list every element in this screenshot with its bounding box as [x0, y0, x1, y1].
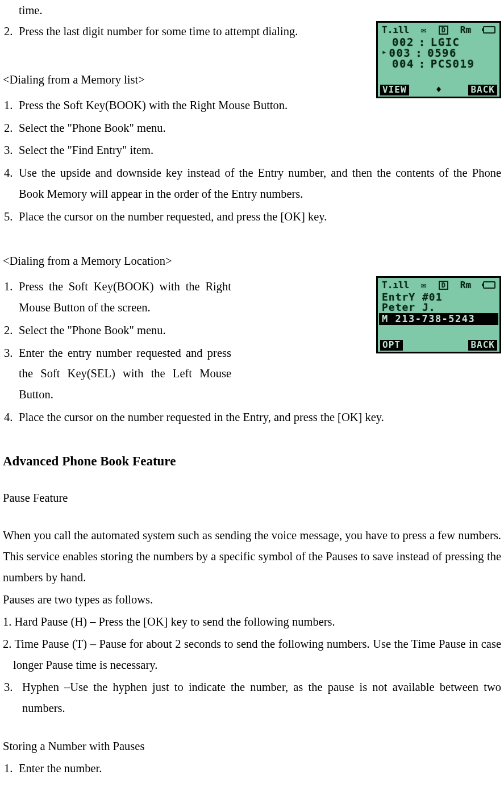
- list-row-num: 004: [392, 59, 414, 69]
- softkey-back: BACK: [468, 340, 497, 351]
- signal-icon: T.ıll: [382, 26, 409, 35]
- step-text: Select the "Phone Book" menu.: [19, 320, 368, 341]
- list-row-val: PCS019: [431, 59, 475, 69]
- step-text: Place the cursor on the number requested…: [19, 407, 501, 428]
- entry-name: Peter J.: [379, 302, 498, 313]
- battery-icon: [483, 26, 495, 34]
- step-number: 1.: [3, 276, 19, 318]
- fragment-time: time.: [3, 0, 501, 21]
- softkey-opt: OPT: [380, 340, 403, 351]
- step-number: 3.: [3, 677, 22, 719]
- pause-types-intro: Pauses are two types as follows.: [3, 589, 501, 610]
- subheading-pause-feature: Pause Feature: [3, 488, 501, 509]
- step-text: Enter the entry number requested and pre…: [19, 343, 368, 406]
- step-number: 4.: [3, 163, 19, 205]
- step-number: 4.: [3, 407, 19, 428]
- step-text: Press the Soft Key(BOOK) with the Right …: [19, 276, 368, 318]
- heading-memory-location: <Dialing from a Memory Location>: [3, 251, 501, 272]
- d-icon: D: [439, 26, 448, 35]
- softkey-view: VIEW: [380, 85, 409, 95]
- mail-icon: ✉: [421, 281, 427, 290]
- step-number: 2.: [3, 21, 19, 42]
- step-text: Select the "Find Entry" item.: [19, 140, 501, 161]
- step-number: 3.: [3, 343, 19, 406]
- softkey-back: BACK: [468, 85, 497, 95]
- step-number: 1.: [3, 758, 19, 779]
- step-text: Enter the number.: [19, 758, 501, 779]
- step-number: 2.: [3, 118, 19, 139]
- battery-icon: [483, 281, 495, 289]
- rm-icon: Rm: [460, 281, 471, 290]
- step-text: Select the "Phone Book" menu.: [19, 118, 501, 139]
- phone-screenshot-2: T.ıll ✉ D Rm EntrY #01 Peter J. M 213-73…: [376, 276, 501, 353]
- pause-description: When you call the automated system such …: [3, 525, 501, 588]
- step-number: 3.: [3, 140, 19, 161]
- pause-type-1: 1. Hard Pause (H) – Press the [OK] key t…: [3, 611, 501, 632]
- fragment-text: time.: [19, 4, 43, 16]
- step-text: Place the cursor on the number requested…: [19, 206, 501, 227]
- heading-advanced-phonebook: Advanced Phone Book Feature: [3, 449, 501, 473]
- step-number: 2.: [3, 320, 19, 341]
- nav-arrow-icon: ♦: [436, 85, 441, 94]
- step-number: 1.: [3, 95, 19, 116]
- pause-type-2: 2. Time Pause (T) – Pause for about 2 se…: [3, 634, 501, 676]
- mail-icon: ✉: [421, 26, 427, 35]
- step-text: Press the last digit number for some tim…: [19, 21, 368, 42]
- step-text: Press the Soft Key(BOOK) with the Right …: [19, 95, 368, 116]
- pause-type-3: Hyphen –Use the hyphen just to indicate …: [22, 677, 501, 719]
- step-text: Use the upside and downside key instead …: [19, 163, 501, 205]
- step-number: 5.: [3, 206, 19, 227]
- rm-icon: Rm: [460, 26, 471, 35]
- signal-icon: T.ıll: [382, 281, 409, 290]
- cursor-icon: ▸: [382, 48, 386, 59]
- subheading-storing-pauses: Storing a Number with Pauses: [3, 736, 501, 757]
- phone-screenshot-1: T.ıll ✉ D Rm 002:LGIC ▸003:0596 004:PCS0…: [376, 21, 501, 98]
- d-icon: D: [439, 281, 448, 290]
- entry-phone-number: M 213-738-5243: [379, 313, 498, 325]
